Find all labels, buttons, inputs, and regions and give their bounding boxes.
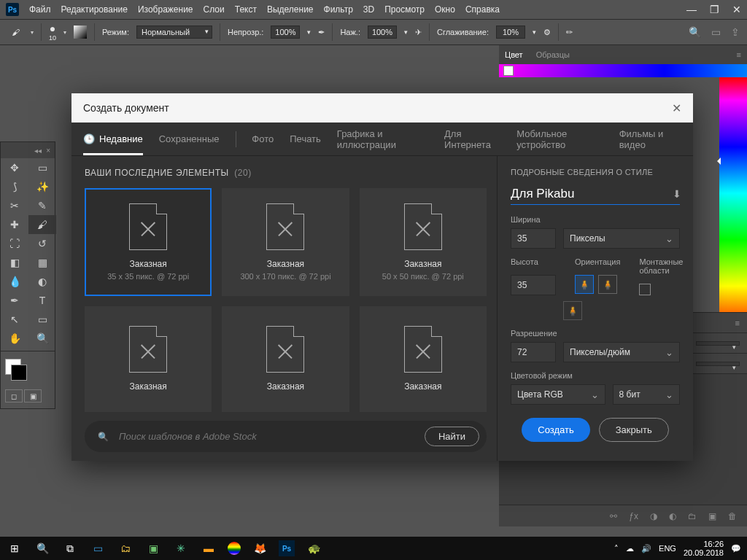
gear-icon[interactable]: ⚙: [543, 28, 551, 37]
dialog-close-icon[interactable]: ✕: [672, 101, 681, 115]
tab-color[interactable]: Цвет: [505, 50, 523, 59]
new-layer-icon[interactable]: ▣: [708, 511, 716, 521]
tab-film[interactable]: Фильмы и видео: [619, 128, 681, 150]
move-tool-icon[interactable]: ✥: [1, 158, 28, 177]
task-view-icon[interactable]: ⧉: [61, 540, 79, 557]
preset-card[interactable]: Заказная: [222, 306, 349, 412]
smoothing-input[interactable]: 10%: [496, 26, 525, 39]
color-spectrum[interactable]: [719, 77, 747, 332]
app-icon[interactable]: [228, 542, 241, 555]
search-icon[interactable]: 🔍: [34, 540, 51, 557]
tab-web[interactable]: Для Интернета: [444, 128, 500, 150]
app-icon[interactable]: ▭: [89, 540, 107, 557]
tab-art[interactable]: Графика и иллюстрации: [337, 128, 428, 150]
preset-card[interactable]: Заказная 300 x 170 пикс. @ 72 ppi: [222, 188, 349, 296]
colordepth-select[interactable]: 8 бит: [613, 384, 680, 405]
app-icon[interactable]: ✳: [172, 540, 190, 557]
hand-icon[interactable]: ✋: [1, 329, 28, 348]
resolution-unit-select[interactable]: Пикселы/дюйм: [563, 342, 680, 362]
artboards-checkbox[interactable]: [639, 284, 651, 295]
color-swatch-icon[interactable]: [503, 66, 514, 76]
brush-tool-icon[interactable]: 🖌: [7, 24, 23, 40]
menu-window[interactable]: Окно: [435, 4, 455, 15]
firefox-icon[interactable]: 🦊: [251, 540, 268, 557]
zoom-icon[interactable]: 🔍: [28, 329, 56, 348]
tray-notifications-icon[interactable]: 💬: [731, 544, 741, 553]
opacity-input[interactable]: 100%: [271, 26, 300, 39]
marquee-tool-icon[interactable]: ▭: [28, 158, 56, 177]
preset-card[interactable]: Заказная 35 x 35 пикс. @ 72 ppi: [85, 188, 212, 296]
panel-menu-icon[interactable]: ≡: [735, 319, 740, 327]
panel-dropdown[interactable]: [696, 341, 740, 346]
panel-dropdown[interactable]: [696, 362, 740, 366]
create-button[interactable]: Создать: [522, 418, 589, 442]
tab-print[interactable]: Печать: [290, 133, 321, 144]
flow-input[interactable]: 100%: [368, 26, 397, 39]
lasso-tool-icon[interactable]: ⟆: [1, 177, 28, 196]
menu-layers[interactable]: Слои: [204, 4, 225, 15]
colormode-select[interactable]: Цвета RGB: [511, 384, 605, 405]
tab-mobile[interactable]: Мобильное устройство: [516, 128, 603, 150]
menu-3d[interactable]: 3D: [363, 4, 374, 15]
close-icon[interactable]: ×: [46, 147, 50, 155]
preset-card[interactable]: Заказная: [360, 306, 487, 412]
tray-lang[interactable]: ENG: [659, 544, 676, 553]
find-button[interactable]: Найти: [425, 427, 479, 446]
frame-icon[interactable]: ▭: [711, 26, 721, 38]
magic-wand-icon[interactable]: ✨: [28, 177, 56, 196]
preset-card[interactable]: Заказная: [85, 306, 212, 412]
menu-select[interactable]: Выделение: [267, 4, 314, 15]
menu-view[interactable]: Просмотр: [384, 4, 425, 15]
explorer-icon[interactable]: 🗂: [117, 540, 134, 557]
dodge-icon[interactable]: ◐: [28, 272, 56, 291]
pressure-size-icon[interactable]: ✏: [566, 28, 573, 37]
height-input[interactable]: [511, 275, 556, 295]
minimize-icon[interactable]: —: [686, 4, 697, 15]
menu-type[interactable]: Текст: [235, 4, 257, 15]
app-icon[interactable]: 🐢: [305, 540, 322, 557]
tray-chevron-icon[interactable]: ˄: [614, 544, 619, 553]
landscape-orientation-icon[interactable]: 🧍: [598, 275, 617, 294]
menu-file[interactable]: Файл: [29, 4, 51, 15]
share-icon[interactable]: ⇪: [731, 26, 740, 38]
shape-icon[interactable]: ▭: [28, 310, 56, 329]
tray-volume-icon[interactable]: 🔊: [641, 544, 651, 553]
blur-icon[interactable]: 💧: [1, 272, 28, 291]
resolution-input[interactable]: [511, 342, 556, 362]
screen-mode-icon[interactable]: ▣: [24, 389, 42, 402]
menu-image[interactable]: Изображение: [138, 4, 193, 15]
link-icon[interactable]: ⚯: [610, 511, 617, 521]
gradient-icon[interactable]: ▦: [28, 253, 56, 272]
doc-name-input[interactable]: [511, 187, 665, 201]
path-select-icon[interactable]: ↖: [1, 310, 28, 329]
tab-saved[interactable]: Сохраненные: [159, 133, 220, 144]
stamp-tool-icon[interactable]: ⛶: [1, 234, 28, 253]
trash-icon[interactable]: 🗑: [728, 511, 737, 521]
menu-filter[interactable]: Фильтр: [324, 4, 353, 15]
pressure-opacity-icon[interactable]: ✒: [318, 28, 325, 37]
adjustment-icon[interactable]: ◐: [669, 511, 676, 521]
eraser-icon[interactable]: ◧: [1, 253, 28, 272]
airbrush-icon[interactable]: ✈: [415, 28, 422, 37]
search-icon[interactable]: 🔍: [689, 26, 701, 38]
photoshop-taskbar-icon[interactable]: Ps: [279, 540, 295, 556]
menu-help[interactable]: Справка: [465, 4, 500, 15]
folder-icon[interactable]: 🗀: [688, 511, 697, 521]
mode-select[interactable]: Нормальный: [136, 26, 212, 39]
history-brush-icon[interactable]: ↺: [28, 234, 56, 253]
brush-tool-icon[interactable]: 🖌: [28, 215, 56, 234]
tray-onedrive-icon[interactable]: ☁: [626, 544, 634, 553]
fx-icon[interactable]: ƒx: [629, 511, 638, 521]
app-icon[interactable]: ▣: [144, 540, 162, 557]
width-unit-select[interactable]: Пикселы: [563, 228, 680, 249]
heal-tool-icon[interactable]: ✚: [1, 215, 28, 234]
close-button[interactable]: Закрыть: [599, 418, 669, 442]
brush-preset-icon[interactable]: [74, 26, 87, 39]
panel-menu-icon[interactable]: ≡: [737, 50, 741, 59]
maximize-icon[interactable]: ❐: [710, 4, 719, 15]
hue-strip[interactable]: [499, 64, 747, 77]
preset-card[interactable]: Заказная 50 x 50 пикс. @ 72 ppi: [360, 188, 487, 296]
tray-clock[interactable]: 16:26 20.09.2018: [684, 540, 724, 557]
sublime-icon[interactable]: ▬: [200, 540, 217, 557]
orientation-alt-icon[interactable]: 🧍: [563, 301, 582, 320]
